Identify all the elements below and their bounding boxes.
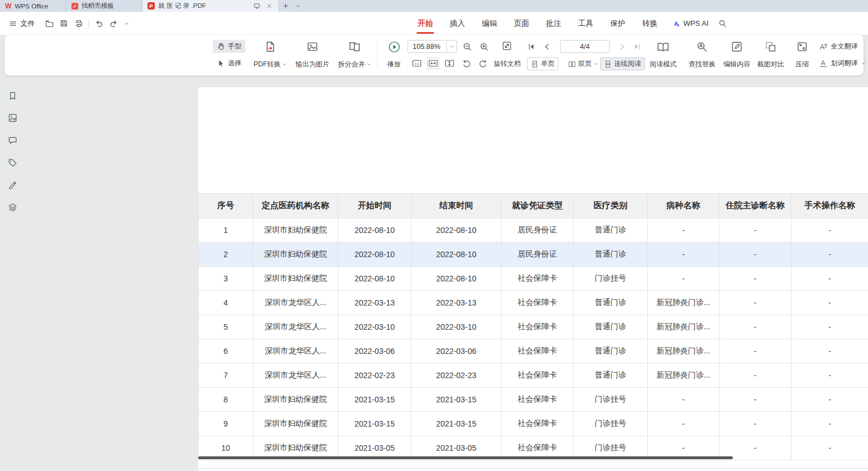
ribbon-tab-tools[interactable]: 工具	[570, 12, 602, 35]
previous-page-button[interactable]	[541, 41, 553, 52]
table-header-cell: 序号	[199, 194, 253, 218]
compress-button[interactable]: 压缩	[788, 38, 816, 72]
single-page-label: 单页	[541, 59, 554, 69]
horizontal-scrollbar-thumb[interactable]	[198, 456, 733, 459]
wps-ai-button[interactable]: WPS AI	[666, 19, 715, 28]
edit-pencil-icon	[731, 41, 743, 53]
double-page-label: 双页	[578, 59, 592, 69]
zoom-chevron-icon[interactable]	[447, 44, 457, 49]
table-cell: 深圳市妇幼保健院	[253, 243, 338, 266]
undo-button[interactable]	[93, 17, 105, 29]
save-button[interactable]	[58, 17, 70, 29]
table-header-cell: 定点医药机构名称	[253, 194, 338, 218]
ribbon-tab-edit[interactable]: 编辑	[473, 12, 505, 35]
sidebar-bookmarks-button[interactable]	[7, 91, 18, 101]
table-cell: 门诊挂号	[574, 412, 648, 436]
ribbon-tab-comment[interactable]: 批注	[538, 12, 570, 35]
undo-history-chevron-icon[interactable]	[120, 17, 132, 29]
tab-document-pdf[interactable]: P 就 医 记 录 .PDF	[142, 0, 279, 12]
select-tool-button[interactable]: 选择	[213, 57, 245, 70]
single-page-button[interactable]: 单页	[527, 57, 558, 70]
file-menu-button[interactable]: 文件	[5, 12, 39, 35]
table-cell: 6	[199, 339, 253, 363]
monitor-icon[interactable]	[252, 2, 261, 11]
table-cell: 2021-03-15	[338, 412, 411, 436]
chevron-down-icon	[594, 61, 599, 66]
table-cell: 深圳市龙华区人...	[253, 339, 338, 363]
table-cell: 居民身份证	[502, 218, 574, 242]
table-header-cell: 病种名称	[648, 194, 719, 218]
fit-window-button[interactable]	[501, 40, 513, 52]
fit-width-button[interactable]	[427, 57, 439, 69]
table-cell: 社会保障卡	[502, 315, 574, 339]
split-merge-button[interactable]: 拆分合并	[334, 38, 375, 72]
tab-wps-office[interactable]: W WPS Office	[0, 0, 66, 12]
rotate-left-button[interactable]	[460, 57, 472, 69]
last-page-button[interactable]	[631, 41, 643, 52]
zoom-level-select[interactable]: 105.88%	[408, 40, 457, 53]
select-tool-label: 选择	[228, 59, 241, 68]
table-row: 9深圳市妇幼保健院2021-03-152021-03-15社会保障卡门诊挂号--…	[199, 412, 868, 436]
screenshot-compare-button[interactable]: 截图对比	[754, 38, 787, 72]
sidebar-signature-button[interactable]	[7, 180, 18, 191]
first-page-button[interactable]	[525, 41, 537, 52]
fit-page-button[interactable]	[444, 57, 455, 69]
full-text-translate-button[interactable]: 全文翻译	[815, 40, 862, 53]
table-header-cell: 医疗类别	[574, 194, 648, 218]
zoom-out-button[interactable]	[461, 41, 473, 52]
redo-button[interactable]	[108, 17, 119, 29]
ribbon-tab-insert[interactable]: 插入	[441, 12, 473, 35]
print-button[interactable]	[73, 17, 84, 29]
find-replace-button[interactable]: 查找替换	[686, 38, 718, 72]
sidebar-thumbnails-button[interactable]	[7, 113, 18, 123]
open-file-button[interactable]	[43, 17, 55, 29]
continuous-reading-button[interactable]: 连续阅读	[600, 57, 645, 70]
pdf-convert-button[interactable]: PDF转换	[250, 38, 290, 72]
table-cell: -	[791, 218, 868, 242]
zoom-in-button[interactable]	[478, 41, 490, 52]
page-number-input[interactable]: 4/4	[560, 40, 610, 53]
export-as-image-button[interactable]: 输出为图片	[292, 38, 333, 72]
table-cell: -	[648, 243, 719, 266]
sidebar-attachments-button[interactable]	[7, 158, 18, 168]
table-cell: 深圳市妇幼保健院	[253, 267, 338, 290]
sidebar-comments-button[interactable]	[7, 135, 18, 146]
ribbon-tab-page[interactable]: 页面	[505, 12, 538, 35]
screenshot-compare-icon	[764, 41, 777, 53]
rotate-document-label[interactable]: 旋转文档	[494, 57, 521, 70]
new-tab-button[interactable]	[279, 0, 292, 12]
tab-docer-templates[interactable]: 找稻壳模板	[66, 0, 142, 12]
double-page-button[interactable]: 双页	[565, 57, 602, 70]
table-cell: -	[719, 218, 791, 242]
word-translate-button[interactable]: 划词翻译	[815, 57, 868, 70]
menu-separator	[88, 19, 89, 28]
sidebar-layers-button[interactable]	[7, 202, 18, 213]
tab-label: 就 医 记 录 .PDF	[158, 2, 206, 10]
edit-content-button[interactable]: 编辑内容	[721, 38, 753, 72]
hand-tool-button[interactable]: 手型	[213, 40, 245, 53]
medical-records-table: 序号定点医药机构名称开始时间结束时间就诊凭证类型医疗类别病种名称住院主诊断名称手…	[198, 193, 868, 460]
table-cell: 1	[199, 218, 253, 242]
ribbon-tab-protect[interactable]: 保护	[602, 12, 634, 35]
tab-list-chevron-icon[interactable]	[292, 0, 304, 12]
export-image-icon	[306, 41, 319, 53]
table-row: 2深圳市妇幼保健院2022-08-102022-08-10居民身份证普通门诊--…	[199, 243, 868, 267]
table-cell: 社会保障卡	[502, 364, 574, 387]
next-page-button[interactable]	[616, 41, 628, 52]
table-outer-bottom-border	[198, 468, 868, 469]
play-button[interactable]: 播放	[381, 38, 408, 72]
read-mode-button[interactable]: 阅读模式	[644, 38, 682, 72]
wps-ai-icon	[673, 20, 681, 28]
wps-office-window: W WPS Office 找稻壳模板 P 就 医 记 录 .PDF	[0, 0, 868, 471]
rotate-right-button[interactable]	[477, 57, 489, 69]
table-cell: -	[791, 436, 868, 460]
page-indicator: 4/4	[580, 43, 589, 51]
close-tab-icon[interactable]	[265, 2, 274, 11]
table-cell: 普通门诊	[574, 364, 648, 387]
find-replace-icon	[696, 41, 708, 53]
ribbon-tab-convert[interactable]: 转换	[634, 12, 666, 35]
menu-search-icon[interactable]	[715, 19, 730, 28]
ribbon-tab-home[interactable]: 开始	[409, 12, 441, 35]
continuous-pages-icon	[604, 60, 612, 68]
actual-size-button[interactable]: 1:1	[411, 57, 423, 69]
